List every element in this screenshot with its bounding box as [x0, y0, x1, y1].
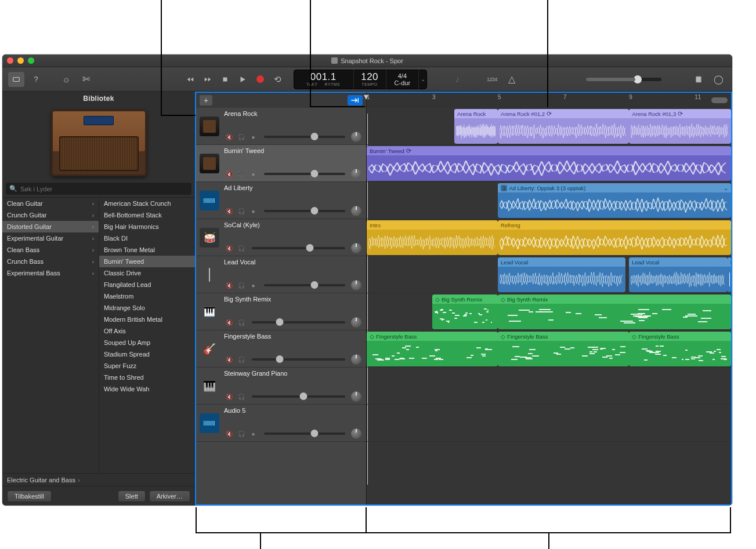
library-row[interactable]: Stadium Spread: [99, 348, 195, 360]
region[interactable]: 3Ad Liberty: Opptak 3 (3 opptak)⌄: [498, 183, 731, 218]
track-header[interactable]: SoCal (Kyle) 🔇🎧 .tc-slider::after{left:v…: [196, 219, 366, 256]
track-pan-knob[interactable]: [351, 391, 361, 402]
solo-button[interactable]: 🎧: [236, 392, 246, 401]
stop-button[interactable]: [217, 72, 233, 87]
region[interactable]: Refreng: [498, 220, 731, 255]
search-input[interactable]: [20, 186, 188, 192]
library-row[interactable]: Experimental Guitar›: [2, 232, 99, 244]
library-row[interactable]: Crunch Guitar›: [2, 209, 99, 221]
mute-button[interactable]: 🔇: [224, 355, 234, 364]
close-button[interactable]: [7, 57, 13, 64]
delete-button[interactable]: Slett: [118, 490, 146, 502]
smart-controls-button[interactable]: ☼: [58, 72, 74, 87]
library-toggle-button[interactable]: [8, 72, 24, 87]
library-category-column[interactable]: Clean Guitar›Crunch Guitar›Distorted Gui…: [2, 198, 99, 473]
notepad-button[interactable]: [690, 72, 707, 87]
rec-button[interactable]: ●: [248, 206, 258, 216]
library-row[interactable]: Souped Up Amp: [99, 337, 195, 348]
library-row[interactable]: Off Axis: [99, 325, 195, 337]
lcd-display[interactable]: 001.1 TAKT RYTME 120 TEMPO 4/4 C-dur ⌄: [294, 70, 427, 89]
region[interactable]: Lead Vocal: [629, 257, 728, 292]
minimize-button[interactable]: [17, 57, 24, 64]
solo-button[interactable]: 🎧: [236, 355, 246, 364]
library-row[interactable]: Distorted Guitar›: [2, 221, 99, 232]
library-row[interactable]: Wide Wide Wah: [99, 383, 195, 395]
timeline-ruler[interactable]: 1357911: [367, 92, 731, 108]
solo-button[interactable]: 🎧: [236, 429, 246, 438]
save-button[interactable]: Arkiver…: [149, 490, 190, 502]
track-header[interactable]: Lead Vocal 🔇🎧● .tc-slider::after{left:va…: [196, 256, 366, 293]
library-row[interactable]: Flangilated Lead: [99, 279, 195, 290]
track-pan-knob[interactable]: [351, 354, 361, 365]
take-dropdown-icon[interactable]: ⌄: [724, 185, 728, 191]
library-row[interactable]: Super Fuzz: [99, 360, 195, 372]
region[interactable]: ◇Fingerstyle Bass: [367, 332, 498, 366]
library-row[interactable]: Classic Drive: [99, 267, 195, 279]
region[interactable]: ◇Fingerstyle Bass: [629, 332, 731, 366]
region[interactable]: Lea: [728, 257, 731, 292]
rec-button[interactable]: ●: [248, 281, 258, 290]
track-volume-slider[interactable]: .tc-slider::after{left:var(--v,60)%}: [264, 136, 345, 138]
rec-button[interactable]: ●: [248, 429, 258, 438]
count-in-button[interactable]: 1234: [484, 72, 500, 87]
library-breadcrumb[interactable]: Electric Guitar and Bass›: [2, 473, 195, 486]
record-button[interactable]: [252, 72, 268, 87]
solo-button[interactable]: 🎧: [236, 206, 246, 216]
forward-button[interactable]: [200, 72, 216, 87]
region[interactable]: ◇Big Synth Remix: [432, 295, 498, 329]
track-header[interactable]: Steinway Grand Piano 🔇🎧 .tc-slider::afte…: [196, 368, 366, 405]
library-row[interactable]: Big Hair Harmonics: [99, 221, 195, 232]
maximize-button[interactable]: [28, 57, 34, 64]
track-pan-knob[interactable]: [351, 428, 361, 439]
track-header[interactable]: Big Synth Remix 🔇🎧 .tc-slider::after{lef…: [196, 293, 366, 330]
region[interactable]: Burnin' Tweed: [367, 146, 731, 181]
rec-button[interactable]: ●: [248, 132, 258, 141]
track-header[interactable]: Audio 5 🔇🎧● .tc-slider::after{left:var(-…: [196, 405, 366, 442]
catch-playhead-button[interactable]: [348, 95, 363, 106]
track-header[interactable]: Fingerstyle Bass 🔇🎧 .tc-slider::after{le…: [196, 330, 366, 368]
mute-button[interactable]: 🔇: [224, 392, 234, 401]
solo-button[interactable]: 🎧: [236, 281, 246, 290]
track-volume-slider[interactable]: .tc-slider::after{left:var(--v,60)%}: [252, 358, 345, 361]
track-volume-slider[interactable]: .tc-slider::after{left:var(--v,60)%}: [264, 210, 345, 212]
library-row[interactable]: Modern British Metal: [99, 314, 195, 325]
solo-button[interactable]: 🎧: [236, 318, 246, 327]
region[interactable]: Intro: [367, 220, 498, 255]
library-row[interactable]: Bell-Bottomed Stack: [99, 209, 195, 221]
tuner-button[interactable]: ♪: [449, 72, 465, 87]
mute-button[interactable]: 🔇: [224, 206, 234, 216]
track-header[interactable]: Ad Liberty 🔇🎧● .tc-slider::after{left:va…: [196, 182, 366, 219]
mute-button[interactable]: 🔇: [224, 243, 234, 253]
region[interactable]: Arena Rock: [454, 109, 498, 144]
track-header[interactable]: Arena Rock 🔇🎧● .tc-slider::after{left:va…: [196, 108, 366, 145]
horizontal-zoom-slider[interactable]: [711, 97, 728, 103]
track-volume-slider[interactable]: .tc-slider::after{left:var(--v,60)%}: [264, 173, 345, 175]
quick-help-button[interactable]: ?: [28, 72, 44, 87]
add-track-button[interactable]: +: [200, 95, 212, 106]
mute-button[interactable]: 🔇: [224, 281, 234, 290]
track-volume-slider[interactable]: .tc-slider::after{left:var(--v,60)%}: [252, 395, 345, 398]
editors-button[interactable]: ✄: [78, 72, 94, 87]
track-pan-knob[interactable]: [351, 132, 361, 142]
mute-button[interactable]: 🔇: [224, 318, 234, 327]
library-row[interactable]: Experimental Bass›: [2, 267, 99, 279]
reset-button[interactable]: Tilbakestill: [7, 490, 52, 502]
mute-button[interactable]: 🔇: [224, 169, 234, 179]
cycle-button[interactable]: ⟲: [269, 72, 285, 87]
track-pan-knob[interactable]: [351, 317, 361, 328]
library-row[interactable]: Black DI: [99, 232, 195, 244]
region[interactable]: Arena Rock #01,3: [629, 109, 731, 144]
library-row[interactable]: Clean Bass›: [2, 244, 99, 256]
metronome-button[interactable]: △: [504, 72, 520, 87]
rec-button[interactable]: ●: [248, 169, 258, 179]
region[interactable]: ◇Big Synth Remix: [498, 295, 731, 329]
mute-button[interactable]: 🔇: [224, 429, 234, 438]
library-row[interactable]: Clean Guitar›: [2, 198, 99, 209]
master-volume-slider[interactable]: [586, 78, 661, 81]
loop-browser-button[interactable]: ◯: [710, 72, 726, 87]
solo-button[interactable]: 🎧: [236, 132, 246, 141]
library-row[interactable]: Crunch Bass›: [2, 256, 99, 267]
region[interactable]: Lead Vocal: [498, 257, 625, 292]
track-header[interactable]: Burnin' Tweed 🔇🎧● .tc-slider::after{left…: [196, 145, 366, 182]
library-row[interactable]: Time to Shred: [99, 372, 195, 383]
